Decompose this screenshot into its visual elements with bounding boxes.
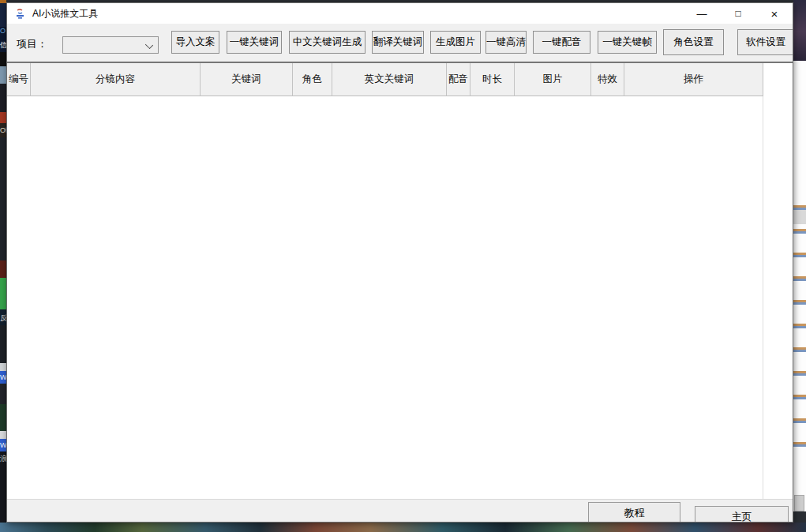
one-key-keywords-button[interactable]: 一键关键词 [227, 31, 282, 54]
app-window: AI小说推文工具 — □ × 项目： 导入文案 一键关键词 [6, 2, 793, 523]
desktop-icon-label-fragment: Of [0, 126, 6, 134]
close-icon: × [771, 7, 778, 21]
background-window-scrollbar [794, 495, 804, 511]
minimize-button[interactable]: — [684, 3, 720, 24]
window-controls: — □ × [684, 3, 793, 24]
close-button[interactable]: × [756, 3, 793, 24]
desktop-icon-label-fragment: 反 [0, 314, 6, 322]
column-header-dubbing: 配音 [447, 63, 470, 96]
one-key-keyframe-button[interactable]: 一键关键帧 [598, 31, 657, 54]
column-header-image: 图片 [515, 63, 591, 96]
desktop-icon-label-fragment: O [0, 27, 6, 35]
table-body-empty [7, 96, 793, 499]
maximize-button[interactable]: □ [720, 3, 756, 24]
import-copy-button[interactable]: 导入文案 [171, 31, 219, 54]
window-title: AI小说推文工具 [32, 7, 98, 21]
generate-images-button[interactable]: 生成图片 [430, 31, 481, 54]
desktop: O 信 Of 反 W W 浪 AI小说推文工具 — [0, 0, 806, 532]
desktop-edge-right [793, 0, 806, 532]
column-header-index: 编号 [7, 63, 31, 96]
titlebar[interactable]: AI小说推文工具 — □ × [7, 3, 793, 24]
desktop-wallpaper-corner [793, 0, 806, 61]
column-header-character: 角色 [293, 63, 332, 96]
home-button[interactable]: 主页 [695, 506, 789, 523]
table-header-filler [763, 63, 793, 96]
column-header-actions: 操作 [624, 63, 763, 96]
one-key-dubbing-button[interactable]: 一键配音 [533, 31, 590, 54]
column-header-duration: 时长 [470, 63, 515, 96]
column-header-effects: 特效 [591, 63, 624, 96]
table-header-row: 编号 分镜内容 关键词 角色 英文关键词 配音 时长 图片 特效 操作 [7, 63, 793, 96]
desktop-icon-label-fragment: 信 [0, 41, 6, 49]
desktop-wallpaper-strip [0, 523, 806, 532]
translate-keywords-button[interactable]: 翻译关键词 [372, 31, 424, 54]
background-window-strip [793, 189, 806, 450]
project-label: 项目： [17, 37, 47, 51]
maximize-icon: □ [735, 8, 740, 19]
desktop-edge-left: O 信 Of 反 W W 浪 [0, 0, 6, 532]
chevron-down-icon [145, 41, 153, 49]
table-viewport-divider [763, 96, 763, 499]
character-settings-button[interactable]: 角色设置 [663, 29, 724, 55]
software-settings-button[interactable]: 软件设置 [737, 29, 793, 55]
word-icon-fragment: W [0, 441, 6, 449]
column-header-english-keywords: 英文关键词 [332, 63, 447, 96]
desktop-icon-label-fragment: 浪 [0, 455, 6, 463]
storyboard-table: 编号 分镜内容 关键词 角色 英文关键词 配音 时长 图片 特效 操作 [7, 62, 793, 499]
app-icon [14, 8, 26, 20]
word-icon-fragment: W [0, 373, 6, 381]
background-window-footer [793, 511, 806, 523]
toolbar: 项目： 导入文案 一键关键词 中文关键词生成 翻译关键词 生成图片 一键高清 一… [7, 24, 793, 62]
project-combobox[interactable] [62, 36, 159, 54]
one-key-hd-button[interactable]: 一键高清 [485, 31, 527, 54]
column-header-keywords: 关键词 [201, 63, 293, 96]
minimize-icon: — [697, 8, 707, 20]
background-window-selected-row [793, 210, 806, 224]
column-header-shot-content: 分镜内容 [31, 63, 201, 96]
tutorial-button[interactable]: 教程 [588, 502, 680, 523]
chinese-keywords-generate-button[interactable]: 中文关键词生成 [289, 31, 366, 54]
